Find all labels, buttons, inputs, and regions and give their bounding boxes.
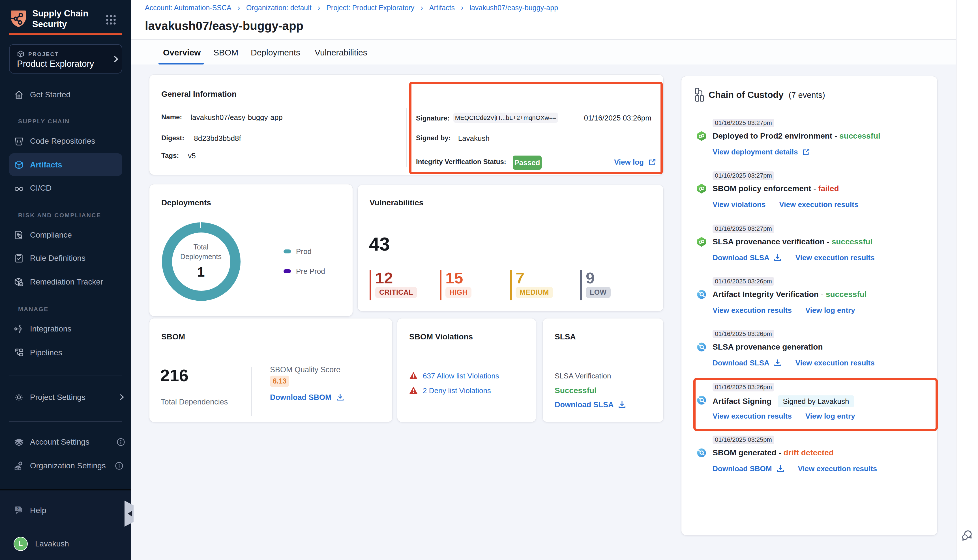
svg-text:?: ? (17, 506, 19, 510)
